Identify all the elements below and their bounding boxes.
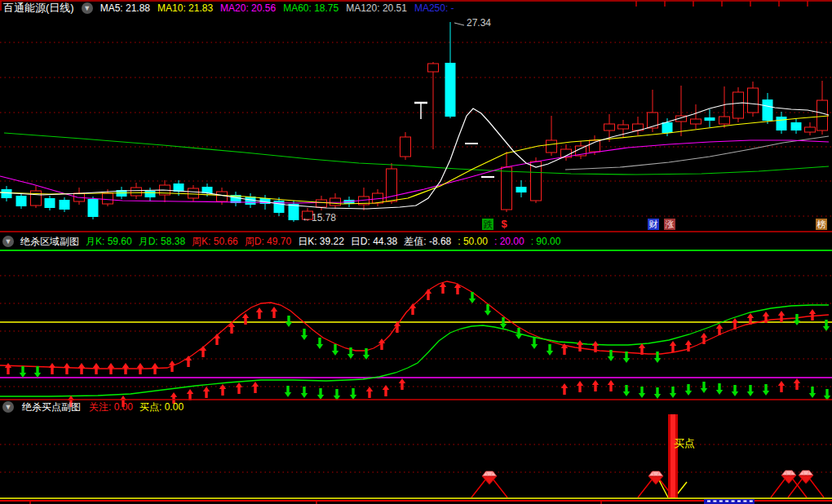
- indicator-panel-header: ▼ 绝杀区域副图 月K: 59.60月D: 58.38周K: 50.66周D: …: [2, 236, 560, 247]
- value-field: 周D: 49.70: [245, 236, 291, 247]
- value-field: MA60: 18.75: [283, 2, 339, 14]
- value-field: 月D: 58.38: [139, 236, 185, 247]
- signal-title: 绝杀买点副图: [22, 401, 81, 413]
- chart-canvas[interactable]: 27.34←15.78买点: [0, 0, 832, 504]
- value-field: 差值: -8.68: [404, 236, 451, 247]
- chevron-down-icon[interactable]: ▼: [2, 236, 14, 247]
- value-field: MA250: -: [414, 2, 454, 14]
- value-field: 日D: 44.38: [351, 236, 397, 247]
- value-field: 关注: 0.00: [89, 401, 133, 413]
- signal-panel-header: ▼ 绝杀买点副图 关注: 0.00买点: 0.00: [2, 401, 184, 413]
- overlay-badge-财[interactable]: 财: [648, 219, 659, 230]
- trading-app-window: 27.34←15.78买点 百通能源(日线) ▼ MA5: 21.88MA10:…: [0, 0, 832, 504]
- value-field: 月K: 59.60: [86, 236, 132, 247]
- svg-text:买点: 买点: [674, 437, 695, 449]
- chevron-down-icon[interactable]: ▼: [2, 401, 14, 413]
- overlay-badge-$[interactable]: $: [498, 219, 510, 230]
- svg-text:←15.78: ←15.78: [302, 212, 336, 223]
- chevron-down-icon[interactable]: ▼: [82, 2, 93, 14]
- value-field: 周K: 50.66: [192, 236, 238, 247]
- signal-values: 关注: 0.00买点: 0.00: [89, 401, 184, 413]
- indicator-values: 月K: 59.60月D: 58.38周K: 50.66周D: 49.70日K: …: [86, 236, 560, 247]
- overlay-badge-榜[interactable]: 榜: [816, 219, 827, 230]
- value-field: MA5: 21.88: [100, 2, 150, 14]
- indicator-title: 绝杀区域副图: [20, 236, 79, 247]
- value-field: : 90.00: [531, 236, 561, 247]
- overlay-badge-涨[interactable]: 涨: [664, 219, 675, 230]
- value-field: : 50.00: [458, 236, 488, 247]
- value-field: : 20.00: [494, 236, 524, 247]
- value-field: 日K: 39.22: [298, 236, 344, 247]
- value-field: MA20: 20.56: [220, 2, 276, 14]
- value-field: 买点: 0.00: [139, 401, 184, 413]
- stock-title: 百通能源(日线): [3, 2, 74, 14]
- value-field: MA120: 20.51: [346, 2, 407, 14]
- svg-text:27.34: 27.34: [467, 17, 491, 29]
- ma-legend: MA5: 21.88MA10: 21.83MA20: 20.56MA60: 18…: [100, 2, 454, 14]
- overlay-badge-跌[interactable]: 跌: [482, 219, 493, 230]
- value-field: MA10: 21.83: [157, 2, 213, 14]
- main-chart-header: 百通能源(日线) ▼ MA5: 21.88MA10: 21.83MA20: 20…: [3, 2, 454, 14]
